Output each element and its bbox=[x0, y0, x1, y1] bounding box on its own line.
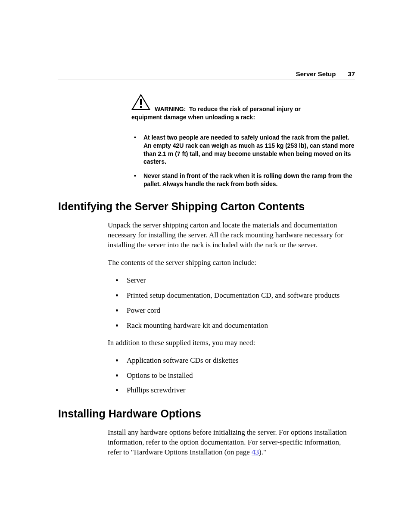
warning-heading-row: WARNING: To reduce the risk of personal … bbox=[131, 94, 355, 113]
warning-label: WARNING: bbox=[155, 106, 186, 112]
body-paragraph: Unpack the server shipping carton and lo… bbox=[108, 221, 355, 250]
section-heading-hardware: Installing Hardware Options bbox=[58, 408, 355, 420]
warning-block: WARNING: To reduce the risk of personal … bbox=[131, 94, 355, 121]
warning-bullet-list: At least two people are needed to safely… bbox=[131, 134, 355, 188]
page-link-43[interactable]: 43 bbox=[252, 448, 259, 456]
page: Server Setup37 WARNING: To reduce the ri… bbox=[0, 0, 411, 532]
svg-rect-1 bbox=[140, 99, 142, 105]
body-paragraph: Install any hardware options before init… bbox=[108, 428, 355, 457]
hardware-text-pre: Install any hardware options before init… bbox=[108, 428, 347, 456]
warning-first-line: WARNING: To reduce the risk of personal … bbox=[155, 105, 301, 113]
header-page-number: 37 bbox=[348, 70, 355, 78]
warning-bullet-item: At least two people are needed to safely… bbox=[131, 134, 355, 166]
list-item: Power cord bbox=[108, 306, 355, 316]
hardware-text-post: )." bbox=[259, 448, 266, 456]
contents-list: Server Printed setup documentation, Docu… bbox=[108, 276, 355, 331]
needed-items-list: Application software CDs or diskettes Op… bbox=[108, 356, 355, 396]
section-heading-carton: Identifying the Server Shipping Carton C… bbox=[58, 200, 355, 213]
warning-icon bbox=[131, 94, 150, 112]
body-paragraph: In addition to these supplied items, you… bbox=[108, 338, 355, 348]
svg-rect-2 bbox=[140, 106, 142, 108]
list-item: Printed setup documentation, Documentati… bbox=[108, 291, 355, 301]
warning-second-line: equipment damage when unloading a rack: bbox=[131, 113, 355, 121]
content: WARNING: To reduce the risk of personal … bbox=[58, 94, 355, 465]
list-item: Phillips screwdriver bbox=[108, 386, 355, 395]
list-item: Application software CDs or diskettes bbox=[108, 356, 355, 366]
list-item: Options to be installed bbox=[108, 371, 355, 381]
header-rule bbox=[58, 80, 355, 80]
header-section: Server Setup bbox=[296, 70, 336, 78]
warning-bullet-item: Never stand in front of the rack when it… bbox=[131, 172, 355, 188]
list-item: Rack mounting hardware kit and documenta… bbox=[108, 321, 355, 331]
list-item: Server bbox=[108, 276, 355, 286]
running-head: Server Setup37 bbox=[296, 70, 355, 78]
body-paragraph: The contents of the server shipping cart… bbox=[108, 258, 355, 268]
